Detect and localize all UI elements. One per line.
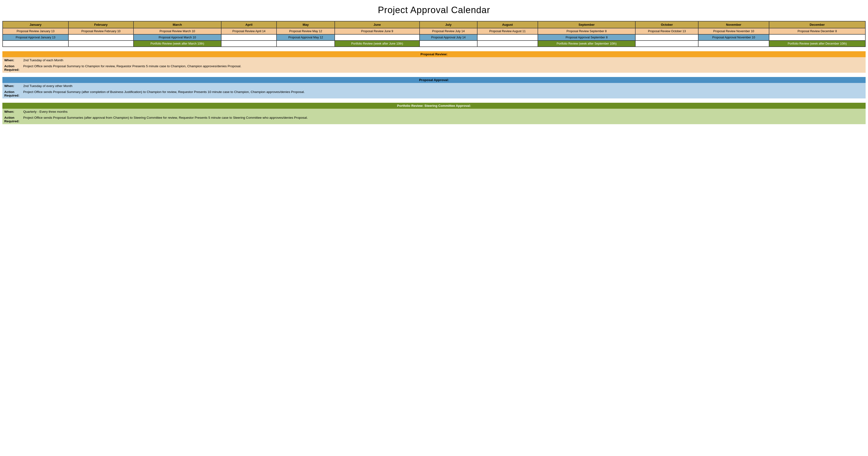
legend-review: Proposal Review: When: 2nd Tuesday of ea… bbox=[2, 51, 866, 73]
calendar-cell-approval: Proposal Approval March 10 bbox=[133, 34, 221, 40]
calendar-cell-review: Proposal Review March 10 bbox=[133, 28, 221, 34]
review-action-value: Project Office sends Proposal Summary to… bbox=[21, 63, 866, 73]
approval-when-value: 2nd Tuesday of every other Month bbox=[21, 83, 866, 89]
calendar-cell-approval bbox=[221, 34, 277, 40]
calendar-cell-approval: Proposal Approval January 13 bbox=[3, 34, 68, 40]
legend-approval: Proposal Approval: When: 2nd Tuesday of … bbox=[2, 77, 866, 98]
page-title: Project Approval Calendar bbox=[2, 5, 866, 15]
calendar-cell-review: Proposal Review September 8 bbox=[538, 28, 635, 34]
calendar-cell-approval: Proposal Approval May 12 bbox=[277, 34, 335, 40]
approval-action-label: ActionRequired: bbox=[2, 89, 21, 98]
portfolio-when-label: When: bbox=[2, 109, 21, 115]
portfolio-action-value: Project Office sends Proposal Summaries … bbox=[21, 115, 866, 124]
calendar-cell-portfolio: Portfolio Review (week after December 10… bbox=[769, 40, 865, 47]
review-header: Proposal Review: bbox=[2, 51, 866, 57]
approval-header: Proposal Approval: bbox=[2, 77, 866, 83]
calendar-cell-portfolio bbox=[420, 40, 477, 47]
calendar-month-header: September bbox=[538, 21, 635, 28]
calendar-cell-review: Proposal Review January 13 bbox=[3, 28, 68, 34]
calendar-cell-approval bbox=[477, 34, 538, 40]
legend-portfolio: Portfolio Review: Steering Committee App… bbox=[2, 103, 866, 124]
calendar-cell-portfolio bbox=[3, 40, 68, 47]
calendar-month-header: December bbox=[769, 21, 865, 28]
calendar-cell-approval: Proposal Approval November 10 bbox=[698, 34, 769, 40]
calendar-table: JanuaryFebruaryMarchAprilMayJuneJulyAugu… bbox=[2, 21, 866, 47]
calendar-cell-portfolio: Portfolio Review (week after September 1… bbox=[538, 40, 635, 47]
portfolio-when-value: Quarterly - Every three months bbox=[21, 109, 866, 115]
review-when-value: 2nd Tuesday of each Month bbox=[21, 57, 866, 63]
calendar-month-header: October bbox=[635, 21, 698, 28]
approval-action-value: Project Office sends Proposal Summary (a… bbox=[21, 89, 866, 98]
calendar-month-header: August bbox=[477, 21, 538, 28]
calendar-month-header: May bbox=[277, 21, 335, 28]
calendar-cell-portfolio bbox=[698, 40, 769, 47]
calendar-cell-review: Proposal Review July 14 bbox=[420, 28, 477, 34]
calendar-cell-approval: Proposal Approval July 14 bbox=[420, 34, 477, 40]
calendar-cell-approval bbox=[769, 34, 865, 40]
calendar-cell-review: Proposal Review June 9 bbox=[335, 28, 420, 34]
calendar-cell-portfolio: Portfolio Review (week after March 10th) bbox=[133, 40, 221, 47]
calendar-cell-review: Proposal Review October 13 bbox=[635, 28, 698, 34]
calendar-cell-portfolio bbox=[635, 40, 698, 47]
calendar-cell-portfolio bbox=[221, 40, 277, 47]
calendar-cell-approval bbox=[335, 34, 420, 40]
approval-when-label: When: bbox=[2, 83, 21, 89]
calendar-month-header: November bbox=[698, 21, 769, 28]
calendar-cell-portfolio bbox=[277, 40, 335, 47]
calendar-month-header: March bbox=[133, 21, 221, 28]
calendar-cell-portfolio: Portfolio Review (week after June 10th) bbox=[335, 40, 420, 47]
calendar-cell-review: Proposal Review August 11 bbox=[477, 28, 538, 34]
calendar-cell-approval bbox=[635, 34, 698, 40]
calendar-cell-approval bbox=[68, 34, 133, 40]
calendar-month-header: July bbox=[420, 21, 477, 28]
calendar-cell-portfolio bbox=[68, 40, 133, 47]
calendar-month-header: June bbox=[335, 21, 420, 28]
calendar-cell-approval: Proposal Approval September 8 bbox=[538, 34, 635, 40]
calendar-cell-portfolio bbox=[477, 40, 538, 47]
calendar-cell-review: Proposal Review December 8 bbox=[769, 28, 865, 34]
portfolio-action-label: ActionRequired: bbox=[2, 115, 21, 124]
calendar-cell-review: Proposal Review November 10 bbox=[698, 28, 769, 34]
calendar-cell-review: Proposal Review May 12 bbox=[277, 28, 335, 34]
review-when-label: When: bbox=[2, 57, 21, 63]
calendar-month-header: February bbox=[68, 21, 133, 28]
calendar-month-header: January bbox=[3, 21, 68, 28]
calendar-cell-review: Proposal Review April 14 bbox=[221, 28, 277, 34]
calendar-month-header: April bbox=[221, 21, 277, 28]
review-action-label: ActionRequired: bbox=[2, 63, 21, 73]
portfolio-header: Portfolio Review: Steering Committee App… bbox=[2, 103, 866, 109]
calendar-cell-review: Proposal Review February 10 bbox=[68, 28, 133, 34]
